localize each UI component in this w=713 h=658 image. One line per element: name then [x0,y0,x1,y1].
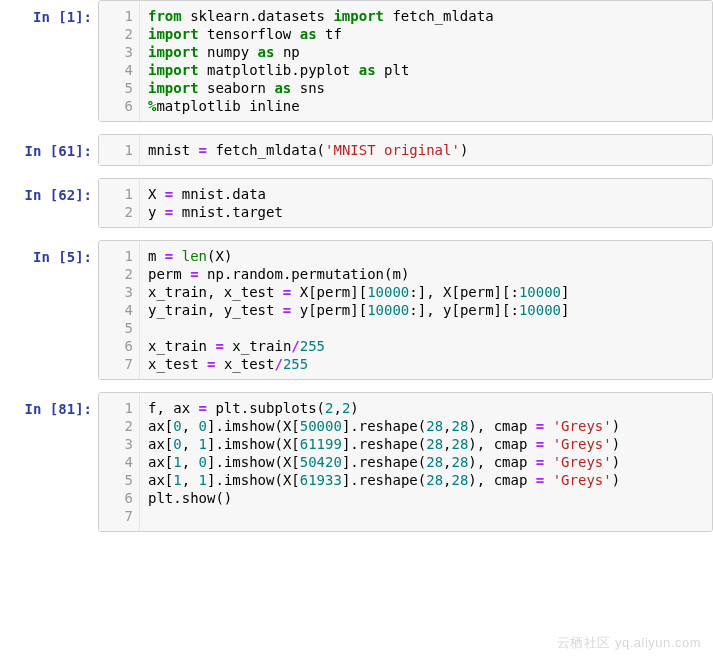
token-op: = [215,338,223,354]
token-nm: ].reshape( [342,454,426,470]
token-op: = [536,436,544,452]
token-nm: perm [148,266,190,282]
code-editor[interactable]: f, ax = plt.subplots(2,2)ax[0, 0].imshow… [140,393,712,531]
code-line: ax[1, 0].imshow(X[50420].reshape(28,28),… [148,453,704,471]
token-str: 'MNIST original' [325,142,460,158]
input-area[interactable]: 1234567f, ax = plt.subplots(2,2)ax[0, 0]… [98,392,713,532]
token-nm: ) [612,454,620,470]
code-line: x_test = x_test/255 [148,355,704,373]
line-number: 2 [99,417,133,435]
code-cell[interactable]: In [5]:1234567m = len(X)perm = np.random… [0,240,713,380]
line-number: 1 [99,185,133,203]
code-line: ax[0, 0].imshow(X[50000].reshape(28,28),… [148,417,704,435]
line-number: 1 [99,399,133,417]
code-cell[interactable]: In [62]:12X = mnist.datay = mnist.target [0,178,713,228]
cell-prompt: In [1]: [0,0,98,27]
token-nm: x_train, x_test [148,284,283,300]
token-nm: y [148,204,165,220]
token-num: 0 [173,418,181,434]
token-num: 61933 [300,472,342,488]
token-num: 255 [283,356,308,372]
token-nm: ].imshow(X[ [207,436,300,452]
token-nm: , [182,436,199,452]
code-line: import seaborn as sns [148,79,704,97]
code-line: from sklearn.datasets import fetch_mldat… [148,7,704,25]
line-number: 4 [99,301,133,319]
input-area[interactable]: 123456from sklearn.datasets import fetch… [98,0,713,122]
token-nm [544,472,552,488]
code-editor[interactable]: X = mnist.datay = mnist.target [140,179,712,227]
line-number: 6 [99,489,133,507]
line-number: 2 [99,203,133,221]
token-nm: matplotlib inline [156,98,299,114]
code-line: ax[0, 1].imshow(X[61199].reshape(28,28),… [148,435,704,453]
token-nm: ].imshow(X[ [207,418,300,434]
token-str: 'Greys' [553,472,612,488]
token-nm: x_train [224,338,291,354]
code-editor[interactable]: m = len(X)perm = np.random.permutation(m… [140,241,712,379]
token-num: 0 [199,454,207,470]
token-op: = [536,472,544,488]
token-nm: ), cmap [468,436,535,452]
token-nm: ].imshow(X[ [207,454,300,470]
line-gutter: 1234567 [99,241,140,379]
token-nm: seaborn [199,80,275,96]
line-gutter: 1 [99,135,140,165]
token-nm: , [333,400,341,416]
token-op: = [536,418,544,434]
token-kw: import [148,26,199,42]
input-area[interactable]: 1234567m = len(X)perm = np.random.permut… [98,240,713,380]
token-nm: ) [612,418,620,434]
token-kw: import [333,8,384,24]
token-num: 28 [426,436,443,452]
token-num: 0 [173,436,181,452]
token-nm: np [274,44,299,60]
token-nm: plt.subplots( [207,400,325,416]
token-op: / [274,356,282,372]
line-number: 7 [99,507,133,525]
token-nm: ax[ [148,418,173,434]
code-cell[interactable]: In [1]:123456from sklearn.datasets impor… [0,0,713,122]
code-cell[interactable]: In [81]:1234567f, ax = plt.subplots(2,2)… [0,392,713,532]
token-num: 10000 [367,302,409,318]
line-number: 1 [99,7,133,25]
token-nm: ) [612,472,620,488]
line-number: 5 [99,79,133,97]
code-line [148,319,704,337]
line-number: 4 [99,453,133,471]
line-number: 1 [99,141,133,159]
token-kw: as [359,62,376,78]
input-area[interactable]: 1mnist = fetch_mldata('MNIST original') [98,134,713,166]
input-area[interactable]: 12X = mnist.datay = mnist.target [98,178,713,228]
cell-prompt: In [61]: [0,134,98,161]
line-number: 6 [99,97,133,115]
token-nm: y_train, y_test [148,302,283,318]
code-line: plt.show() [148,489,704,507]
line-number: 1 [99,247,133,265]
token-nm: ].reshape( [342,472,426,488]
token-nm: ] [561,302,569,318]
token-nm: , [182,454,199,470]
code-line [148,507,704,525]
token-str: 'Greys' [553,418,612,434]
token-nm: ax[ [148,472,173,488]
token-num: 61199 [300,436,342,452]
code-cell[interactable]: In [61]:1mnist = fetch_mldata('MNIST ori… [0,134,713,166]
token-nm: (X) [207,248,232,264]
line-number: 3 [99,435,133,453]
code-editor[interactable]: mnist = fetch_mldata('MNIST original') [140,135,712,165]
token-nm: tf [317,26,342,42]
token-nm: ), cmap [468,418,535,434]
token-num: 28 [452,418,469,434]
token-num: 50000 [300,418,342,434]
token-nm: ax[ [148,454,173,470]
line-number: 3 [99,43,133,61]
token-kw: as [300,26,317,42]
token-nm: plt.show() [148,490,232,506]
token-kw: import [148,80,199,96]
token-nm: ) [612,436,620,452]
code-line: m = len(X) [148,247,704,265]
token-kw: as [274,80,291,96]
token-nm: mnist.target [173,204,283,220]
code-editor[interactable]: from sklearn.datasets import fetch_mldat… [140,1,712,121]
